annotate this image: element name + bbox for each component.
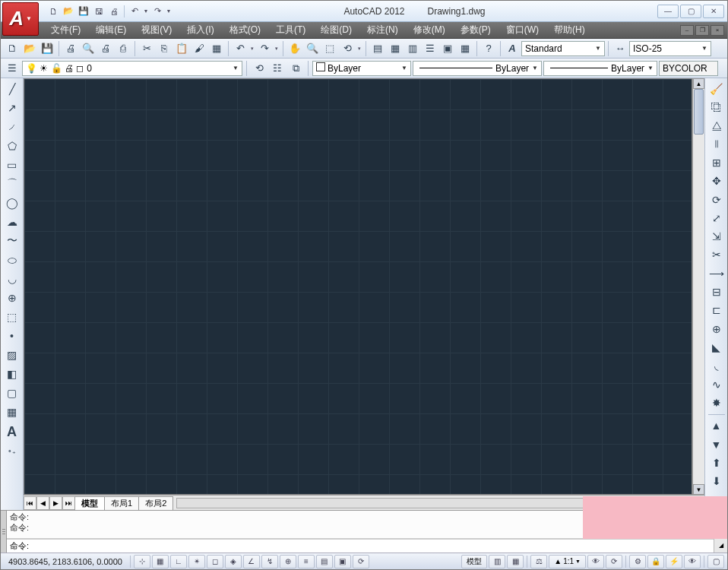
array-icon[interactable]: ⊞ [707, 154, 726, 171]
mdi-minimize[interactable]: – [680, 25, 694, 36]
undo-dropdown[interactable]: ▼ [143, 8, 149, 14]
mirror-icon[interactable]: ⧋ [707, 117, 726, 135]
scroll-down-icon[interactable]: ▼ [693, 484, 704, 495]
zoom-window-icon[interactable]: ⬚ [321, 40, 338, 57]
layer-previous-icon[interactable]: ⟲ [251, 60, 267, 77]
trim-icon[interactable]: ✂ [707, 246, 726, 264]
3dprint-icon[interactable]: ⎙ [115, 40, 131, 57]
menu-param[interactable]: 参数(P) [453, 22, 499, 38]
break-point-icon[interactable]: ⊟ [707, 283, 726, 300]
tab-last-icon[interactable]: ⏭ [62, 496, 75, 510]
drawing-canvas[interactable] [24, 78, 692, 495]
tab-model[interactable]: 模型 [74, 496, 105, 510]
ortho-mode-icon[interactable]: ∟ [170, 555, 187, 568]
draworder-back-icon[interactable]: ▼ [707, 435, 726, 453]
open-icon[interactable]: 📂 [21, 40, 38, 57]
new-icon[interactable]: 🗋 [4, 40, 21, 57]
explode-icon[interactable]: ✸ [707, 394, 726, 411]
polyline-icon[interactable]: ⟋ [3, 118, 21, 136]
3dosnap-mode-icon[interactable]: ◈ [225, 555, 242, 568]
qat-save-icon[interactable]: 💾 [77, 5, 90, 18]
mdi-restore[interactable]: ❐ [695, 25, 709, 36]
mdi-close[interactable]: × [711, 25, 724, 36]
draworder-under-icon[interactable]: ⬇ [707, 473, 726, 490]
sheet-set-icon[interactable]: ☰ [422, 40, 438, 57]
resize-grip-icon[interactable]: ◢ [714, 539, 727, 553]
mtext-icon[interactable]: A [3, 422, 21, 442]
offset-icon[interactable]: ⫴ [707, 135, 726, 153]
linetype-combo[interactable]: ByLayer ▼ [413, 61, 542, 76]
maximize-button[interactable]: ▢ [680, 5, 701, 18]
zoom-realtime-icon[interactable]: 🔍 [304, 40, 321, 57]
dyn-input-icon[interactable]: ⊕ [280, 555, 296, 568]
add-selected-icon[interactable]: ∘₊ [3, 442, 21, 461]
model-paper-toggle[interactable]: 模型 [461, 555, 487, 568]
copy-icon[interactable]: ⎘ [156, 40, 173, 57]
plotstyle-combo[interactable]: BYCOLOR [659, 61, 718, 76]
polygon-icon[interactable]: ⬠ [3, 137, 21, 155]
match-prop-icon[interactable]: 🖌 [191, 40, 207, 57]
save-icon[interactable]: 💾 [39, 40, 55, 57]
tab-next-icon[interactable]: ▶ [49, 496, 62, 510]
qat-saveas-icon[interactable]: 🖫 [92, 5, 106, 18]
menu-insert[interactable]: 插入(I) [179, 22, 221, 38]
draworder-front-icon[interactable]: ▲ [707, 417, 726, 435]
point-icon[interactable]: • [3, 327, 21, 345]
properties-icon[interactable]: ▤ [369, 40, 386, 57]
zoom-dropdown[interactable]: ▾ [356, 46, 362, 52]
menu-window[interactable]: 窗口(W) [499, 22, 546, 38]
redo-history-dropdown[interactable]: ▾ [274, 46, 280, 52]
scale-icon[interactable]: ⤢ [707, 209, 726, 226]
scroll-thumb[interactable] [694, 89, 704, 135]
coordinates-readout[interactable]: 4903.8645, 2183.6106, 0.0000 [4, 557, 127, 566]
revcloud-icon[interactable]: ☁ [3, 213, 21, 231]
blend-icon[interactable]: ∿ [707, 375, 726, 393]
menu-file[interactable]: 文件(F) [43, 22, 88, 38]
ducs-mode-icon[interactable]: ↯ [261, 555, 278, 568]
layer-state-icon[interactable]: ☷ [269, 60, 286, 77]
menu-tools[interactable]: 工具(T) [268, 22, 313, 38]
textstyle-icon[interactable]: A [504, 40, 521, 57]
tab-layout1[interactable]: 布局1 [104, 496, 139, 510]
workspace-switch-icon[interactable]: ⚙ [629, 555, 646, 568]
lineweight-combo[interactable]: ByLayer ▼ [543, 61, 657, 76]
quickview-drawings-icon[interactable]: ▦ [507, 555, 524, 568]
chamfer-icon[interactable]: ◣ [707, 338, 726, 356]
join-icon[interactable]: ⊕ [707, 320, 726, 337]
circle-icon[interactable]: ◯ [3, 194, 21, 212]
qat-undo-icon[interactable]: ↶ [128, 5, 141, 18]
tab-first-icon[interactable]: ⏮ [24, 496, 36, 510]
annotation-scale[interactable]: ▲ 1:1 ▼ [549, 555, 586, 568]
rectangle-icon[interactable]: ▭ [3, 156, 21, 174]
otrack-mode-icon[interactable]: ∠ [243, 555, 260, 568]
layer-iso-icon[interactable]: ⧉ [287, 60, 304, 77]
qat-new-icon[interactable]: 🗋 [46, 5, 60, 18]
selection-cycle-icon[interactable]: ⟳ [353, 555, 369, 568]
undo-icon[interactable]: ↶ [232, 40, 248, 57]
isolate-objects-icon[interactable]: 👁 [684, 555, 701, 568]
color-combo[interactable]: ByLayer ▼ [312, 61, 411, 76]
spline-icon[interactable]: 〜 [3, 232, 21, 250]
qat-redo-icon[interactable]: ↷ [150, 5, 164, 18]
text-style-combo[interactable]: Standard▼ [521, 41, 605, 56]
construction-line-icon[interactable]: ↗ [3, 99, 21, 117]
gradient-icon[interactable]: ◧ [3, 365, 21, 383]
hardware-accel-icon[interactable]: ⚡ [666, 555, 682, 568]
rotate-icon[interactable]: ⟳ [707, 191, 726, 208]
menu-modify[interactable]: 修改(M) [406, 22, 453, 38]
table-icon[interactable]: ▦ [3, 403, 21, 421]
close-button[interactable]: ✕ [703, 5, 724, 18]
menu-view[interactable]: 视图(V) [134, 22, 179, 38]
stretch-icon[interactable]: ⇲ [707, 228, 726, 245]
dim-style-combo[interactable]: ISO-25▼ [629, 41, 711, 56]
annotation-visibility-icon[interactable]: 👁 [587, 555, 604, 568]
scroll-up-icon[interactable]: ▲ [693, 78, 704, 89]
layer-combo[interactable]: 💡 ☀ 🔓 🖨 ◻ 0 ▼ [22, 61, 242, 76]
command-input[interactable] [32, 540, 714, 553]
minimize-button[interactable]: — [657, 5, 679, 18]
application-menu-button[interactable]: A▼ [2, 2, 39, 36]
qat-open-icon[interactable]: 📂 [62, 5, 75, 18]
pan-icon[interactable]: ✋ [286, 40, 303, 57]
zoom-previous-icon[interactable]: ⟲ [339, 40, 356, 57]
osnap-mode-icon[interactable]: ◻ [207, 555, 223, 568]
